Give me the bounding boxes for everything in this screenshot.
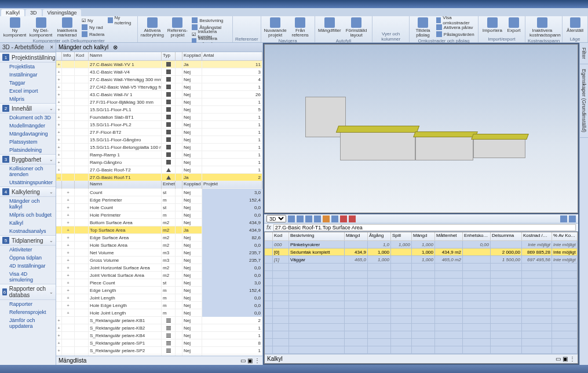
side-item[interactable]: Öppna tidplan	[0, 254, 56, 262]
side-section-header[interactable]: 6Rapporter och databas⌄	[0, 284, 56, 300]
ribbon-btn[interactable]: Inaktivera markerad	[54, 17, 79, 38]
grid-qty-row[interactable]: +Bottom Surface Aream2Nej434,9	[56, 219, 262, 226]
3d-viewport[interactable]	[264, 44, 578, 213]
grid-row[interactable]: +27.G-Basic Roof-T2Nej1	[56, 166, 262, 174]
tab-visningslage[interactable]: Visningsläge	[43, 9, 82, 16]
grid-qty-row[interactable]: +Hole PerimetermNej0,0	[56, 211, 262, 219]
grid-row[interactable]: +15.SG/11-Floor-Betongplatta 100 mmNej1	[56, 144, 262, 151]
tool-min-icon[interactable]	[560, 215, 567, 222]
ribbon-btn[interactable]: Återställ	[565, 17, 585, 34]
grid-row[interactable]: +S_Rektangulär pelare-SP2Nej1	[56, 347, 262, 354]
grid-qty-row[interactable]: +Hole Surface Aream2Nej0,0	[56, 242, 262, 249]
side-section-header[interactable]: 4Kalkylering⌄	[0, 186, 56, 197]
ribbon-btn[interactable]: Export	[505, 17, 523, 34]
cost-row[interactable]: 000Plinkebyrokrer1,01,0001,0000,00Inte m…	[265, 241, 578, 248]
side-item[interactable]: Platsindelning	[0, 146, 56, 154]
formula-input[interactable]	[273, 224, 576, 231]
grid-qty-row[interactable]: +Edge Surface Aream2Nej82,6	[56, 234, 262, 242]
side-item[interactable]: Mängder och kalkyl	[0, 197, 56, 211]
side-item[interactable]: Visa 4D simulering	[0, 270, 56, 284]
tool-zoom-icon[interactable]	[314, 215, 321, 222]
tool-max-icon[interactable]	[569, 215, 576, 222]
ribbon-small-btn[interactable]: Visa omkostnader	[435, 17, 476, 24]
grid-qty-row[interactable]: +Hole Joint LengthmNej0,0	[56, 309, 262, 317]
side-item[interactable]: Aktiviteter	[0, 246, 56, 254]
side-item[interactable]: Mängdavtagning	[0, 130, 56, 138]
side-item[interactable]: Platssystem	[0, 138, 56, 146]
side-item[interactable]: Modellmängder	[0, 122, 56, 130]
grid-row[interactable]: +S_Rektangulär pelare-KB4Nej1	[56, 332, 262, 339]
side-section-header[interactable]: 3Byggbarhet⌄	[0, 154, 56, 164]
grid-row[interactable]: +15.SG/11-Floor-PL2Nej1	[56, 121, 262, 129]
side-item[interactable]: Kalkyl	[0, 219, 56, 227]
footer-icons[interactable]: ▭ ▣ ⋮	[240, 357, 260, 364]
side-item[interactable]: Referensprojekt	[0, 308, 56, 316]
side-item[interactable]: Rapporter	[0, 300, 56, 308]
side-item[interactable]: Inställningar	[0, 71, 56, 79]
grid-qty-row[interactable]: +CountstNej3,0	[56, 189, 262, 196]
side-item[interactable]: Kollisioner och ärenden	[0, 164, 56, 178]
grid-row[interactable]: +27.C-Basic Wall-Yttervägg 300 mmNej4	[56, 76, 262, 83]
tool-measure-icon[interactable]	[323, 215, 330, 222]
ribbon-small-btn[interactable]: Radera	[81, 31, 105, 38]
ribbon-btn[interactable]: Mängdfilter	[317, 17, 342, 34]
tab-kalkyl[interactable]: Kalkyl	[1, 9, 24, 16]
ribbon-small-btn[interactable]: Beskrivning	[191, 17, 230, 24]
grid-qty-row[interactable]: +Edge PerimetermNej152,4	[56, 196, 262, 204]
cost-row[interactable]: [1]Väggar465,01,0001,000465,0 m21 500,00…	[265, 256, 578, 264]
grid-row[interactable]: +43.C-Basic Wall-IV 1Nej26	[56, 91, 262, 98]
grid-row[interactable]: +Ramp-Ramp 1Nej1	[56, 151, 262, 159]
ribbon-btn[interactable]: Aktivera radbrytning	[140, 17, 165, 38]
mid-tab-close-icon[interactable]: ⊗	[113, 44, 118, 50]
side-item[interactable]: Jämför och uppdatera	[0, 316, 56, 330]
ribbon-btn[interactable]: Förinställd layout	[343, 17, 370, 38]
ribbon-btn[interactable]: Från referens	[288, 17, 312, 38]
rside-properties[interactable]: Egenskaper (Grundinställd)	[580, 64, 588, 138]
side-item[interactable]: Utsättningspunkter	[0, 178, 56, 186]
grid-row[interactable]: +43.C-Basic Wall-V4Nej3	[56, 68, 262, 76]
side-item[interactable]: Excel import	[0, 87, 56, 95]
grid-qty-row[interactable]: +Edge LengthmNej152,4	[56, 287, 262, 294]
tool-select-icon[interactable]	[288, 215, 295, 222]
grid-row[interactable]: +S_Rektangulär pelare-KB2Nej1	[56, 324, 262, 332]
grid-row[interactable]: +27.C-Basic Wall-YV 1Ja11	[56, 61, 262, 68]
side-section-header[interactable]: 1Projektinställningar⌄	[0, 52, 56, 63]
ribbon-btn[interactable]: Importera	[481, 17, 504, 34]
tool-markup-icon[interactable]	[340, 215, 347, 222]
side-item[interactable]: 4D Inställningar	[0, 262, 56, 270]
grid-row[interactable]: +27.F/31-Floor-Bjälklag 300 mmNej1	[56, 98, 262, 106]
quantity-grid[interactable]: InfoKodNamnTypKoppladAntal+27.C-Basic Wa…	[56, 52, 262, 356]
ribbon-btn[interactable]: Ny komponent	[2, 17, 27, 38]
grid-qty-row[interactable]: +Joint Vertical Surface Aream2Nej0,0	[56, 272, 262, 279]
cost-row[interactable]: [0]Sedumtak komplett434,91,0001,000434,9…	[265, 248, 578, 256]
footer-icons[interactable]: ▭ ▣ ⋮	[556, 356, 575, 362]
grid-qty-row[interactable]: +Piece CountstNej3,0	[56, 279, 262, 287]
side-item[interactable]: Milpris	[0, 95, 56, 103]
ribbon-small-btn[interactable]: Aktivera på/av	[435, 24, 476, 31]
tab-3d[interactable]: 3D	[25, 9, 42, 16]
grid-row[interactable]: +27.F-Floor-BT2Nej1	[56, 129, 262, 136]
side-item[interactable]: Milpris och budget	[0, 211, 56, 219]
side-section-header[interactable]: 5Tidplanering⌄	[0, 235, 56, 246]
mid-tab[interactable]: Mängder och kalkyl	[59, 44, 108, 50]
cost-grid[interactable]: KodBeskrivningMängdÅtgångSpillMängdMåtte…	[264, 232, 578, 364]
tool-settings-icon[interactable]	[349, 215, 356, 222]
grid-row[interactable]: +S_Rektangulär pelare-KB1Nej2	[56, 317, 262, 324]
ribbon-btn[interactable]: Referens-projekt	[166, 17, 190, 38]
side-item[interactable]: Taggar	[0, 79, 56, 87]
grid-qty-row[interactable]: +Top Surface Aream2Ja434,9	[56, 226, 262, 234]
grid-row[interactable]: +15.SG/11-Floor-GångbroNej1	[56, 136, 262, 144]
grid-qty-row[interactable]: +Net Volumem3Nej235,7	[56, 249, 262, 257]
side-section-header[interactable]: 2Innehåll⌄	[0, 103, 56, 114]
grid-qty-row[interactable]: +Joint Horizontal Surface Aream2Nej0,0	[56, 264, 262, 272]
grid-row[interactable]: +42.D-Ytterdörr m fönster - rektangulärt…	[56, 354, 262, 356]
ribbon-btn[interactable]: Tilldela påslag	[412, 17, 434, 38]
ribbon-small-btn[interactable]: Påslagsvärden	[435, 31, 476, 38]
grid-qty-row[interactable]: +Gross Volumem3Nej235,7	[56, 257, 262, 264]
grid-qty-row[interactable]: +Hole Edge LengthmNej0,0	[56, 302, 262, 309]
ribbon-small-btn[interactable]: ☑Ny	[81, 17, 105, 24]
tool-pan-icon[interactable]	[297, 215, 304, 222]
side-item[interactable]: Projektlista	[0, 63, 56, 71]
grid-qty-row[interactable]: +Joint LengthmNej0,0	[56, 294, 262, 302]
grid-row[interactable]: +15.SG/11-Floor-PL1Nej5	[56, 106, 262, 114]
